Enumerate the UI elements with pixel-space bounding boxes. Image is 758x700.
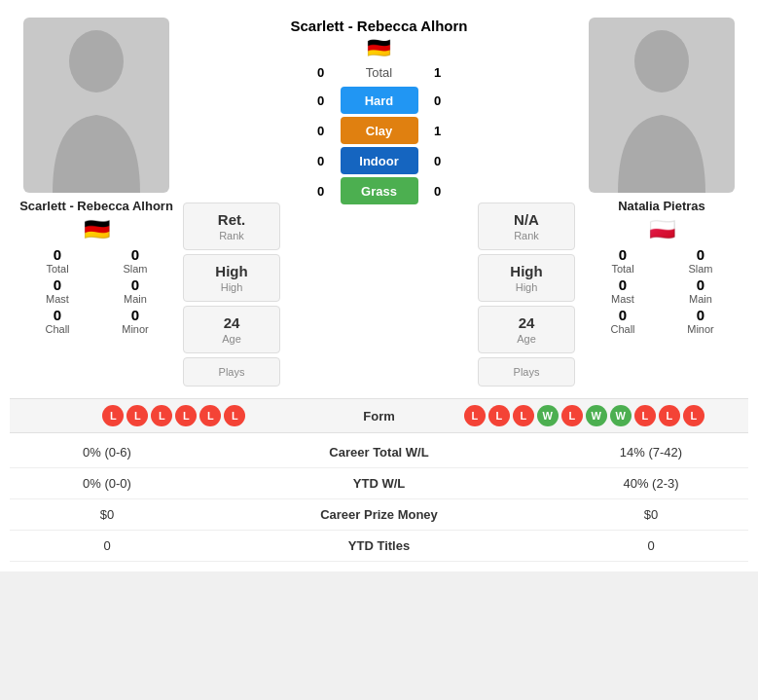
form-pill: W xyxy=(610,405,632,426)
grass-button[interactable]: Grass xyxy=(341,177,418,204)
p2-plays-card: Plays xyxy=(478,357,575,387)
total-score-row: 0 Total 1 xyxy=(284,65,474,80)
p2-rank-label: Rank xyxy=(514,230,539,241)
stats-center-label: Career Prize Money xyxy=(204,507,554,522)
stats-left-val: 0 xyxy=(10,538,204,553)
p2-main-val: 0 xyxy=(697,276,704,293)
stats-left-val: 0% (0-0) xyxy=(10,476,204,491)
form-label: Form xyxy=(331,409,428,424)
player1-stats: 0 Total 0 Slam 0 Mast 0 Main 0 Chall xyxy=(14,246,179,335)
player2-avatar xyxy=(589,18,735,193)
center-p1-flag: 🇩🇪 xyxy=(367,36,391,59)
center-panel: Scarlett - Rebecca Alhorn 🇩🇪 0 Total 1 0… xyxy=(284,18,474,204)
grass-score-row: 0 Grass 0 xyxy=(284,177,474,204)
stats-center-label: Career Total W/L xyxy=(204,445,554,460)
player2-flag: 🇵🇱 xyxy=(649,217,675,242)
form-pill: L xyxy=(488,405,510,426)
clay-button[interactable]: Clay xyxy=(341,117,418,144)
form-pill: L xyxy=(659,405,680,426)
p1-high-label: High xyxy=(221,281,243,293)
p1-slam-label: Slam xyxy=(123,263,147,275)
p2-indoor-score: 0 xyxy=(426,154,450,168)
p2-high-value: High xyxy=(510,263,542,279)
player1-flag: 🇩🇪 xyxy=(84,217,110,242)
p2-chall-label: Chall xyxy=(610,323,634,335)
p2-rank-value: N/A xyxy=(514,211,539,228)
p1-hard-score: 0 xyxy=(309,93,333,108)
p1-slam-val: 0 xyxy=(131,246,139,263)
p2-main-label: Main xyxy=(689,293,712,305)
stats-center-label: YTD Titles xyxy=(204,538,554,553)
p1-high-value: High xyxy=(215,263,247,279)
p2-rank-card: N/A Rank xyxy=(478,203,575,250)
form-pill: L xyxy=(464,405,486,426)
player1-avatar xyxy=(23,18,169,193)
form-pill: L xyxy=(224,405,245,426)
form-pill: L xyxy=(683,405,704,426)
player1-name: Scarlett - Rebecca Alhorn xyxy=(19,199,173,213)
p2-main-stat: 0 Main xyxy=(667,276,735,305)
p1-rank-value: Ret. xyxy=(218,211,245,228)
p1-chall-val: 0 xyxy=(54,307,61,323)
player2-stats: 0 Total 0 Slam 0 Mast 0 Main 0 Chall xyxy=(579,246,744,335)
p2-total-score: 1 xyxy=(426,65,450,80)
p2-total-label: Total xyxy=(611,263,633,275)
p2-total-stat: 0 Total xyxy=(589,246,657,275)
form-pill: L xyxy=(175,405,197,426)
right-info-panel: N/A Rank High High 24 Age Plays xyxy=(478,203,575,387)
p1-minor-label: Minor xyxy=(122,323,149,335)
p2-clay-score: 1 xyxy=(426,124,450,138)
p2-chall-stat: 0 Chall xyxy=(589,307,657,335)
p1-plays-value: Plays xyxy=(219,366,245,378)
form-pill: L xyxy=(513,405,534,426)
form-pill: L xyxy=(634,405,656,426)
p1-chall-stat: 0 Chall xyxy=(23,307,91,335)
p1-main-stat: 0 Main xyxy=(101,276,169,305)
p1-mast-stat: 0 Mast xyxy=(23,276,91,305)
form-pill: L xyxy=(561,405,583,426)
svg-point-0 xyxy=(69,30,124,92)
p2-minor-stat: 0 Minor xyxy=(667,307,735,335)
p2-slam-label: Slam xyxy=(688,263,712,275)
form-pills-player2: LLLWLWWLLL xyxy=(428,405,741,426)
p2-slam-stat: 0 Slam xyxy=(667,246,735,275)
hard-score-row: 0 Hard 0 xyxy=(284,87,474,114)
p1-total-val: 0 xyxy=(54,246,61,263)
indoor-score-row: 0 Indoor 0 xyxy=(284,147,474,174)
p2-minor-val: 0 xyxy=(697,307,704,323)
player2-card: Natalia Pietras 🇵🇱 0 Total 0 Slam 0 Mast… xyxy=(579,18,744,335)
p1-age-card: 24 Age xyxy=(183,306,280,353)
p1-total-stat: 0 Total xyxy=(23,246,91,275)
p2-minor-label: Minor xyxy=(687,323,714,335)
form-pill: L xyxy=(102,405,124,426)
indoor-button[interactable]: Indoor xyxy=(341,147,418,174)
p1-rank-label: Rank xyxy=(219,230,244,241)
form-pill: W xyxy=(537,405,559,426)
p1-main-val: 0 xyxy=(131,276,139,293)
p1-age-value: 24 xyxy=(224,314,240,331)
p1-total-label: Total xyxy=(46,263,68,275)
p2-high-card: High High xyxy=(478,254,575,302)
p2-hard-score: 0 xyxy=(426,93,450,108)
p1-age-label: Age xyxy=(222,333,241,345)
form-pills-player1: LLLLLL xyxy=(18,405,331,426)
p2-mast-stat: 0 Mast xyxy=(589,276,657,305)
main-container: Scarlett - Rebecca Alhorn 🇩🇪 0 Total 0 S… xyxy=(0,0,758,571)
stats-row: $0 Career Prize Money $0 xyxy=(10,499,748,531)
hard-button[interactable]: Hard xyxy=(341,87,418,114)
stats-row: 0% (0-6) Career Total W/L 14% (7-42) xyxy=(10,437,748,468)
p2-slam-val: 0 xyxy=(697,246,704,263)
p2-total-val: 0 xyxy=(619,246,627,263)
stats-right-val: $0 xyxy=(554,507,748,522)
total-label: Total xyxy=(341,65,418,80)
svg-point-1 xyxy=(634,30,689,92)
p1-grass-score: 0 xyxy=(309,184,333,199)
left-info-panel: Ret. Rank High High 24 Age Plays xyxy=(183,203,280,387)
p2-grass-score: 0 xyxy=(426,184,450,199)
stats-row: 0% (0-0) YTD W/L 40% (2-3) xyxy=(10,468,748,499)
p1-main-label: Main xyxy=(124,293,147,305)
stats-right-val: 0 xyxy=(554,538,748,553)
p1-high-card: High High xyxy=(183,254,280,302)
p1-plays-card: Plays xyxy=(183,357,280,387)
score-table: 0 Total 1 0 Hard 0 0 Clay xyxy=(284,65,474,204)
